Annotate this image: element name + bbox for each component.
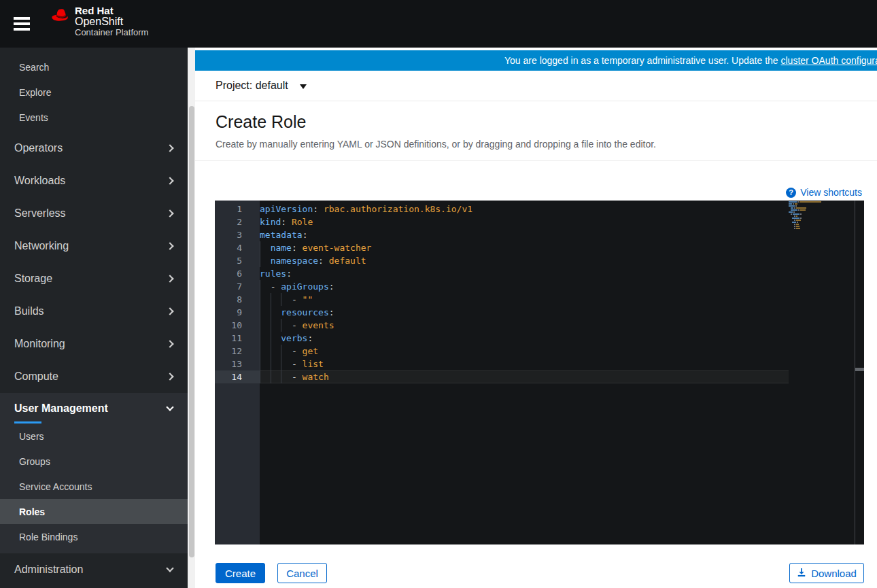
overview-ruler-cursor-mark — [855, 368, 864, 371]
sidebar-scrollbar-thumb[interactable] — [189, 106, 194, 557]
sidebar-item-users[interactable]: Users — [0, 423, 188, 449]
banner-text: You are logged in as a temporary adminis… — [504, 55, 877, 66]
sidebar-section-builds[interactable]: Builds — [0, 295, 188, 328]
editor-minimap[interactable] — [789, 201, 854, 544]
chevron-right-icon — [166, 242, 173, 249]
cluster-oauth-configuration-link[interactable]: cluster OAuth configuration — [781, 55, 877, 66]
sidebar-item-explore[interactable]: Explore — [0, 80, 188, 105]
chevron-right-icon — [166, 209, 173, 217]
sidebar-section-serverless[interactable]: Serverless — [0, 197, 188, 230]
sidebar-section-networking[interactable]: Networking — [0, 230, 188, 262]
nav-toggle-hamburger-icon[interactable] — [14, 17, 30, 31]
page-header: Create Role Create by manually entering … — [195, 101, 877, 161]
sidebar-section-monitoring[interactable]: Monitoring — [0, 328, 188, 360]
brand-platform: Container Platform — [75, 27, 148, 37]
chevron-right-icon — [166, 307, 173, 315]
sidebar-section-workloads[interactable]: Workloads — [0, 165, 188, 197]
sidebar-section-compute[interactable]: Compute — [0, 360, 188, 393]
chevron-down-icon — [166, 403, 173, 411]
brand-logo: Red Hat OpenShift Container Platform — [50, 5, 148, 37]
project-bar: Project: default — [195, 71, 877, 101]
temporary-admin-banner: You are logged in as a temporary adminis… — [195, 50, 877, 71]
brand-name: Red Hat — [75, 5, 148, 16]
sidebar-section-user-management-expanded: User Management Users Groups Service Acc… — [0, 393, 188, 553]
chevron-down-icon — [166, 564, 173, 572]
sidebar-section-operators[interactable]: Operators — [0, 132, 188, 165]
main-content: You are logged in as a temporary adminis… — [195, 48, 877, 588]
active-section-indicator — [14, 421, 41, 423]
cancel-button[interactable]: Cancel — [277, 563, 327, 583]
download-icon — [797, 568, 811, 579]
chevron-right-icon — [166, 340, 173, 347]
sidebar-section-storage[interactable]: Storage — [0, 262, 188, 295]
caret-down-icon — [300, 84, 307, 89]
masthead: Red Hat OpenShift Container Platform — [0, 0, 877, 48]
download-button[interactable]: Download — [789, 563, 864, 583]
sidebar-section-user-management[interactable]: User Management — [0, 393, 188, 423]
page-subtitle: Create by manually entering YAML or JSON… — [216, 139, 877, 150]
sidebar-item-search[interactable]: Search — [0, 54, 188, 80]
sidebar-item-roles[interactable]: Roles — [0, 499, 188, 524]
chevron-right-icon — [166, 177, 173, 184]
sidebar-section-administration[interactable]: Administration — [0, 553, 188, 586]
chevron-right-icon — [166, 373, 173, 380]
sidebar-scrollbar[interactable] — [188, 48, 195, 588]
editor-lines[interactable]: apiVersion: rbac.authorization.k8s.io/v1… — [260, 201, 789, 383]
chevron-right-icon — [166, 275, 173, 282]
minimap-separator — [855, 201, 855, 544]
sidebar-item-groups[interactable]: Groups — [0, 449, 188, 474]
sidebar-item-events[interactable]: Events — [0, 105, 188, 130]
project-dropdown[interactable]: Project: default — [216, 80, 307, 92]
editor-gutter: 1234567891011121314 — [215, 201, 260, 544]
create-button[interactable]: Create — [216, 563, 265, 583]
brand-product: OpenShift — [75, 16, 148, 27]
sidebar-item-service-accounts[interactable]: Service Accounts — [0, 474, 188, 499]
sidebar-nav: Search Explore Events Operators Workload… — [0, 48, 188, 588]
sidebar-item-role-bindings[interactable]: Role Bindings — [0, 524, 188, 549]
yaml-editor[interactable]: 1234567891011121314 apiVersion: rbac.aut… — [215, 201, 864, 544]
page-title: Create Role — [216, 112, 877, 132]
view-shortcuts-link[interactable]: ? View shortcuts — [786, 187, 862, 198]
chevron-right-icon — [166, 144, 173, 152]
question-circle-icon: ? — [786, 188, 796, 198]
redhat-fedora-icon — [50, 5, 71, 27]
